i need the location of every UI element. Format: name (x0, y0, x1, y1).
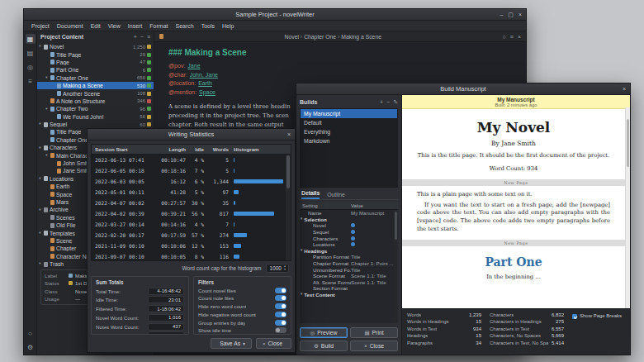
menu-item[interactable]: Help (222, 23, 234, 29)
menu-item[interactable]: Search (176, 23, 194, 29)
toggle-switch[interactable] (275, 327, 286, 333)
scrollbar[interactable] (286, 155, 291, 260)
save-as-button[interactable]: Save As ▾ (211, 338, 252, 349)
session-row[interactable]: 2022-02-20 00:17 00:17:59 57 % 274 (92, 230, 291, 241)
build-titlebar[interactable]: Build Manuscript × (296, 83, 630, 95)
build-list-item[interactable]: My Manuscript (301, 109, 397, 118)
tree-item[interactable]: A Note on Structure 346 (37, 98, 154, 105)
setting-row[interactable]: Locations (300, 241, 398, 248)
print-button[interactable]: ▤ Print (350, 327, 398, 338)
session-row[interactable]: 2022-05-01 00:11 41:28 5 % 97 (92, 187, 291, 198)
filter-dot-icon[interactable] (351, 223, 355, 227)
menu-item[interactable]: Edit (91, 23, 101, 29)
search-icon[interactable]: ◎ (26, 62, 36, 72)
expand-arrow-icon[interactable]: ▾ (38, 231, 42, 236)
breadcrumb-item[interactable]: Novel (285, 34, 303, 40)
tag-value-link[interactable]: John, Jane (190, 72, 218, 78)
setting-row[interactable]: ▾ Text Content (300, 292, 398, 298)
setting-row[interactable]: Section Format (300, 285, 398, 292)
scrollbar-thumb[interactable] (286, 155, 290, 188)
setting-row[interactable]: Name My Manuscript (300, 210, 398, 217)
minimize-icon[interactable]: – (500, 12, 503, 17)
expand-arrow-icon[interactable]: ▾ (38, 122, 42, 126)
session-row[interactable]: 2022-06-03 00:05 16:12 6 % 1,344 (92, 176, 291, 187)
build-button[interactable]: ⚙ Build (300, 341, 348, 351)
add-build-icon[interactable]: + (380, 99, 383, 106)
stats-titlebar[interactable]: Writing Statistics × (88, 129, 295, 141)
filter-dot-icon[interactable] (351, 230, 355, 234)
session-row[interactable]: 2021-11-09 00:10 00:10:06 12 % 153 (92, 241, 291, 251)
filter-dot-icon[interactable] (351, 236, 355, 241)
expand-arrow-icon[interactable]: ▾ (45, 107, 49, 112)
remove-build-icon[interactable]: − (386, 99, 390, 106)
expand-arrow-icon[interactable]: ▾ (38, 146, 42, 150)
breadcrumb-item[interactable]: Chapter One (304, 34, 339, 40)
expand-arrow-icon[interactable]: ▾ (301, 249, 302, 253)
panel-menu-icon[interactable]: ≡ (147, 34, 150, 40)
menu-item[interactable]: Format (149, 23, 168, 29)
expand-arrow-icon[interactable]: ▾ (38, 177, 42, 181)
session-row[interactable]: 2022-04-02 00:39 00:39:21 56 % 817 (92, 208, 291, 219)
novel-view-icon[interactable]: ▤ (26, 48, 36, 58)
editor-search-icon[interactable]: ○ (503, 34, 506, 40)
project-tree-icon[interactable]: ▦ (26, 34, 36, 44)
menu-item[interactable]: Project (31, 23, 50, 29)
setting-row[interactable]: Novel (300, 222, 398, 229)
expand-arrow-icon[interactable]: ▾ (301, 293, 302, 297)
session-row[interactable]: 2022-04-07 00:02 00:27:57 30 % 35 (92, 198, 291, 208)
outline-icon[interactable]: ≡ (26, 76, 36, 86)
edit-build-icon[interactable]: ✎ (393, 99, 398, 106)
toggle-switch[interactable] (275, 288, 286, 293)
menu-item[interactable]: Tools (201, 23, 215, 29)
spin-down-icon[interactable]: ▾ (284, 268, 286, 271)
setting-row[interactable]: Chapter Format Chapter 1: Point ... (300, 260, 398, 267)
expand-arrow-icon[interactable]: ▾ (38, 262, 42, 266)
setting-row[interactable]: Partition Format Title (300, 254, 398, 260)
tree-item[interactable]: Part One 6 (37, 66, 154, 74)
writing-stats-icon[interactable]: ○ (26, 328, 36, 338)
tree-item[interactable]: Page 47 (37, 59, 154, 66)
tag-value-link[interactable]: Jane (187, 63, 200, 69)
expand-all-icon[interactable]: + (134, 34, 137, 40)
tree-item[interactable]: Another Scene 108 (37, 89, 154, 97)
tab-details[interactable]: Details (301, 190, 320, 199)
toggle-switch[interactable] (275, 320, 286, 326)
toggle-switch[interactable] (275, 303, 286, 309)
setting-row[interactable]: Characters (300, 235, 398, 241)
preview-button[interactable]: ◎ Preview (300, 327, 348, 338)
close-icon[interactable]: × (287, 131, 291, 137)
close-icon[interactable]: × (623, 86, 626, 92)
preview-content[interactable]: My Novel By Jane Smith This is the title… (402, 109, 630, 308)
build-list-item[interactable]: Default (301, 118, 397, 127)
tree-item[interactable]: ▾ Chapter One 656 (37, 74, 154, 82)
tree-item[interactable]: We Found John! 56 (37, 113, 154, 121)
scrollbar-thumb[interactable] (395, 212, 397, 240)
build-list-item[interactable]: Everything (301, 127, 397, 136)
scrollbar[interactable] (625, 107, 630, 308)
toggle-switch[interactable] (275, 295, 286, 301)
setting-row[interactable]: ▾ Selection (300, 217, 398, 223)
session-row[interactable]: 2022-06-13 07:41 00:10:47 4 % 5 (92, 155, 291, 165)
column-session-start[interactable]: Session Start (92, 146, 151, 152)
session-row[interactable]: 2021-09-07 00:10 00:10:05 8 % 116 (92, 251, 291, 261)
collapse-all-icon[interactable]: − (140, 34, 144, 40)
menu-item[interactable]: Insert (128, 23, 143, 29)
menu-item[interactable]: Document (57, 23, 83, 29)
tag-value-link[interactable]: Earth (198, 80, 212, 86)
menu-item[interactable]: View (108, 23, 121, 29)
column-length[interactable]: Length (151, 146, 186, 152)
column-idle[interactable]: Idle (186, 146, 204, 152)
tree-item[interactable]: ▾ Novel 1,250 (37, 43, 154, 50)
expand-arrow-icon[interactable]: ▾ (38, 45, 42, 49)
column-words[interactable]: Words (204, 146, 229, 152)
tree-item[interactable]: ▾ Chapter Two 96 (37, 105, 154, 112)
tab-outline[interactable]: Outline (327, 192, 345, 199)
close-icon[interactable]: × (519, 12, 522, 17)
build-list-item[interactable]: Markdown (301, 136, 397, 145)
close-button[interactable]: × Close (350, 341, 398, 351)
filter-dot-icon[interactable] (351, 242, 355, 246)
tree-item[interactable]: ▾ Sequel 60 (37, 121, 154, 128)
close-button[interactable]: × Close (256, 338, 291, 349)
toggle-switch[interactable] (275, 312, 286, 317)
scrollbar[interactable] (394, 210, 398, 323)
